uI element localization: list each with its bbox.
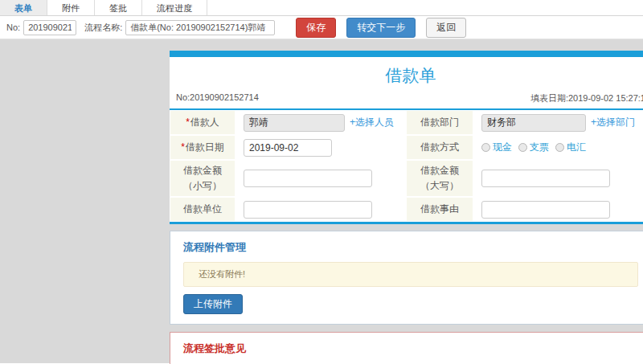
amount-lower-input[interactable] [244, 170, 372, 187]
attachments-section: 流程附件管理 还没有附件! 上传附件 [170, 231, 643, 325]
amount-lower-label: 借款金额（小写） [170, 160, 235, 197]
radio-circle-icon[interactable] [555, 143, 564, 152]
loan-reason-input[interactable] [481, 201, 610, 219]
form-title: 借款单 [170, 57, 643, 92]
form-top-accent-bar [170, 51, 643, 57]
amount-upper-input[interactable] [481, 170, 610, 187]
department-label: 借款部门 [406, 110, 473, 135]
loan-date-label: *借款日期 [170, 135, 235, 160]
department-input[interactable] [481, 114, 586, 132]
loan-method-radio-group: 现金 支票 电汇 [481, 141, 586, 154]
save-button[interactable]: 保存 [296, 18, 336, 38]
back-button[interactable]: 返回 [426, 18, 466, 38]
attachments-header: 流程附件管理 [183, 240, 638, 255]
tab-process-progress[interactable]: 流程进度 [142, 0, 207, 15]
loan-method-label: 借款方式 [406, 135, 473, 160]
loan-unit-label: 借款单位 [170, 197, 235, 222]
no-label: No: [6, 22, 20, 32]
loan-date-input[interactable] [244, 139, 332, 157]
no-attachments-alert: 还没有附件! [183, 262, 638, 287]
page-content: 借款单 No:20190902152714 填表日期:2019-09-02 15… [0, 39, 643, 363]
process-name-input[interactable] [125, 20, 275, 35]
loan-reason-label: 借款事由 [406, 197, 473, 222]
radio-wire-transfer[interactable]: 电汇 [555, 141, 586, 154]
select-person-link[interactable]: +选择人员 [350, 116, 394, 129]
upload-attachment-button[interactable]: 上传附件 [183, 294, 243, 314]
radio-cheque[interactable]: 支票 [518, 141, 549, 154]
forward-next-step-button[interactable]: 转交下一步 [346, 18, 416, 38]
loan-unit-input[interactable] [244, 201, 372, 219]
loan-form-grid: *借款人 +选择人员 借款部门 +选择部门 *借款日期 [170, 108, 643, 222]
form-meta-row: No:20190902152714 填表日期:2019-09-02 15:27:… [170, 92, 643, 108]
borrower-input[interactable] [244, 114, 345, 132]
process-name-label: 流程名称: [84, 22, 122, 34]
radio-circle-icon[interactable] [518, 143, 527, 152]
loan-form-section: 借款单 No:20190902152714 填表日期:2019-09-02 15… [170, 51, 643, 224]
radio-circle-icon[interactable] [481, 143, 490, 152]
top-toolbar: No: 流程名称: 保存 转交下一步 返回 [0, 16, 643, 39]
form-tabbar: 表单 附件 签批 流程进度 [0, 0, 643, 16]
amount-upper-label: 借款金额（大写） [406, 160, 473, 197]
approval-section: 流程签批意见 B I abc [170, 332, 643, 364]
approval-header: 流程签批意见 [183, 342, 638, 356]
form-no-text: No:20190902152714 [176, 92, 259, 104]
radio-cash[interactable]: 现金 [481, 141, 512, 154]
form-fill-date-text: 填表日期:2019-09-02 15:27:1 [530, 92, 643, 104]
required-asterisk: * [186, 117, 190, 128]
tab-attachments[interactable]: 附件 [47, 0, 95, 15]
select-department-link[interactable]: +选择部门 [591, 116, 635, 129]
form-bottom-accent-bar [170, 222, 643, 224]
tab-approval[interactable]: 签批 [95, 0, 142, 15]
required-asterisk: * [181, 141, 185, 153]
borrower-label: *借款人 [170, 110, 235, 135]
tab-form[interactable]: 表单 [0, 0, 47, 15]
no-input[interactable] [23, 20, 76, 35]
